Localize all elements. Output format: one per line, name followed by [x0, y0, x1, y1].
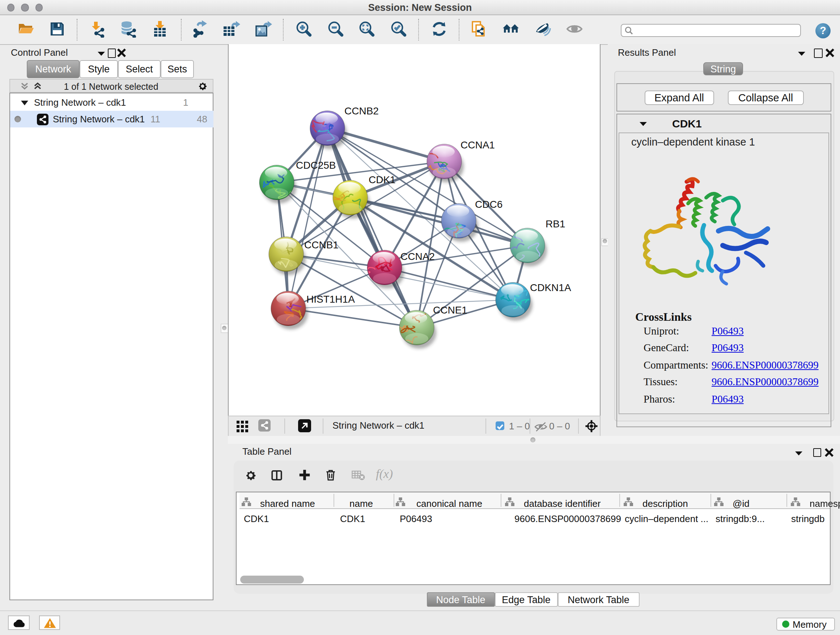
svg-text:CCNE1: CCNE1 [433, 304, 467, 316]
svg-text:CDC6: CDC6 [475, 199, 502, 210]
svg-text:CDK1: CDK1 [368, 174, 395, 185]
svg-text:RB1: RB1 [545, 218, 565, 230]
svg-text:HIST1H1A: HIST1H1A [306, 294, 355, 305]
svg-text:CCNB1: CCNB1 [304, 239, 338, 250]
svg-text:CCNA2: CCNA2 [400, 251, 434, 262]
svg-text:CDKN1A: CDKN1A [530, 282, 571, 293]
svg-text:CDC25B: CDC25B [295, 160, 335, 171]
svg-text:CCNB2: CCNB2 [344, 105, 378, 117]
svg-text:CCNA1: CCNA1 [460, 139, 494, 150]
